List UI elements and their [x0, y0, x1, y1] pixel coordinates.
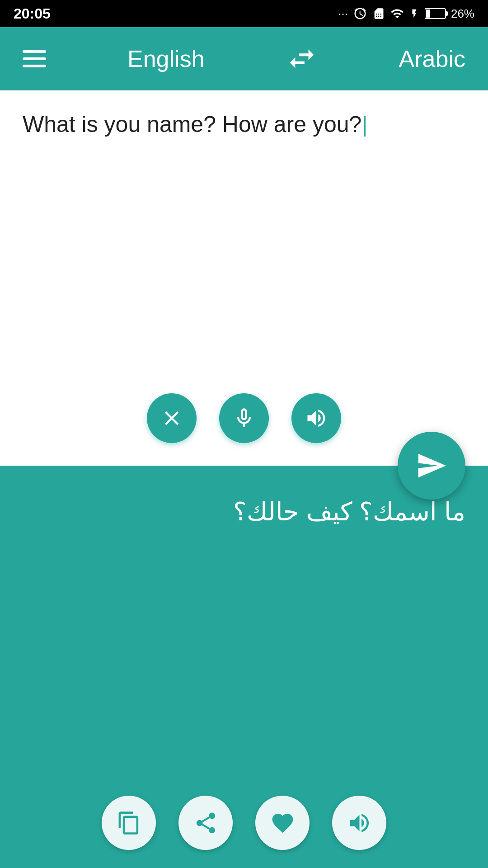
status-icons: ··· 26% [338, 7, 474, 21]
source-language-selector[interactable]: English [127, 45, 205, 72]
volume-icon [305, 406, 328, 430]
alarm-icon [353, 7, 367, 20]
copy-button[interactable] [102, 796, 156, 850]
favorite-button[interactable] [255, 796, 310, 850]
share-icon [193, 811, 218, 835]
battery-percent: 26% [451, 7, 474, 21]
microphone-icon [232, 406, 256, 430]
target-language-selector[interactable]: Arabic [399, 45, 465, 72]
status-time: 20:05 [14, 5, 51, 22]
signal-icon [390, 7, 404, 20]
heart-icon [270, 811, 295, 835]
battery-indicator: 26% [425, 7, 474, 21]
input-controls [23, 393, 465, 452]
sim-icon [372, 7, 385, 20]
menu-button[interactable] [23, 50, 46, 67]
translated-text: ما اسمك؟ كيف حالك؟ [23, 493, 465, 787]
battery-icon [425, 8, 448, 19]
input-area: What is you name? How are you? [0, 90, 488, 466]
main-container: What is you name? How are you? [0, 90, 488, 868]
speak-translation-button[interactable] [332, 796, 386, 850]
translate-button[interactable] [398, 432, 465, 500]
volume-translation-icon [347, 811, 372, 835]
swap-icon [286, 43, 318, 75]
status-bar: 20:05 ··· 26% [0, 0, 488, 27]
source-text-input[interactable]: What is you name? How are you? [23, 108, 465, 380]
output-controls [23, 787, 465, 850]
speak-source-button[interactable] [291, 393, 341, 443]
toolbar: English Arabic [0, 27, 488, 90]
share-button[interactable] [178, 796, 233, 850]
svg-rect-1 [446, 11, 448, 16]
svg-rect-2 [426, 9, 430, 18]
swap-languages-button[interactable] [286, 43, 318, 75]
dots-icon: ··· [338, 7, 348, 21]
microphone-button[interactable] [219, 393, 269, 443]
copy-icon [117, 811, 141, 835]
output-area: ما اسمك؟ كيف حالك؟ [0, 466, 488, 868]
send-icon [416, 450, 447, 481]
clear-icon [160, 406, 183, 430]
charging-icon [409, 7, 419, 20]
clear-button[interactable] [147, 393, 197, 443]
